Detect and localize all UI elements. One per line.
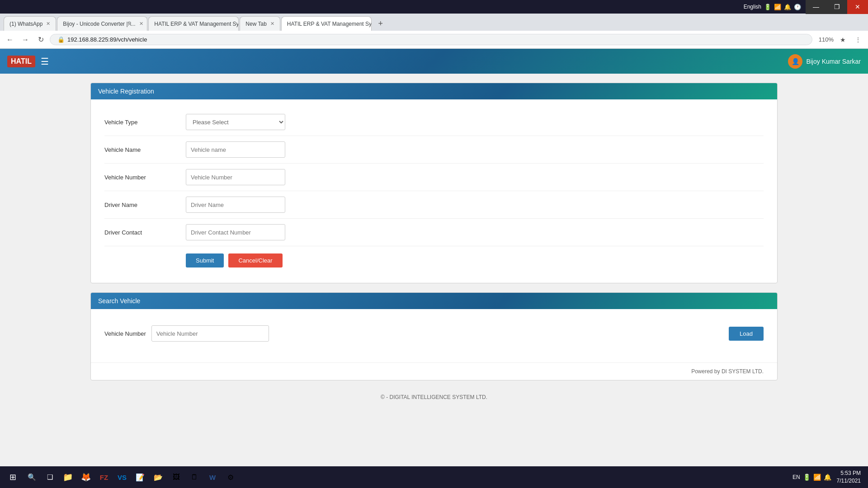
- language-label: English: [744, 4, 761, 10]
- back-button[interactable]: ←: [4, 33, 16, 46]
- vehicle-registration-title: Vehicle Registration: [98, 88, 154, 95]
- language-indicator: EN: [793, 474, 800, 480]
- file-explorer-button[interactable]: 📁: [60, 469, 76, 485]
- minimize-button[interactable]: —: [806, 0, 826, 14]
- search-vehicle-number-label: Vehicle Number: [104, 330, 146, 337]
- footer-copyright: © - DIGITAL INTELLIGENCE SYSTEM LTD.: [90, 389, 778, 405]
- tab-whatsapp[interactable]: (1) WhatsApp ✕: [4, 16, 56, 31]
- tab-bijoy-close[interactable]: ✕: [139, 21, 143, 27]
- sound-icon: 🔔: [784, 4, 791, 10]
- search-row: Vehicle Number Load: [104, 318, 764, 349]
- tab-hatil1[interactable]: HATIL ERP & VAT Management Syst... ✕: [148, 16, 239, 31]
- maximize-button[interactable]: ❐: [826, 0, 847, 14]
- folder-button[interactable]: 📂: [150, 469, 166, 485]
- vehicle-type-row: Vehicle Type Please Select: [104, 108, 764, 136]
- driver-name-label: Driver Name: [104, 202, 186, 208]
- app1-button[interactable]: 🖼: [168, 469, 184, 485]
- hamburger-icon[interactable]: ☰: [41, 56, 49, 67]
- load-button[interactable]: Load: [729, 327, 764, 341]
- cancel-button[interactable]: Cancel/Clear: [228, 253, 282, 267]
- tab-bar: (1) WhatsApp ✕ Bijoy - Unicode Converter…: [0, 14, 868, 31]
- submit-button[interactable]: Submit: [186, 253, 224, 267]
- address-text: 192.168.88.225:89/vch/vehicle: [67, 36, 147, 43]
- driver-contact-row: Driver Contact: [104, 219, 764, 246]
- vehicle-number-label: Vehicle Number: [104, 174, 186, 181]
- start-button[interactable]: ⊞: [4, 468, 22, 486]
- clock-icon: 🕐: [794, 4, 801, 10]
- driver-name-row: Driver Name: [104, 191, 764, 219]
- tab-newtab[interactable]: New Tab ✕: [240, 16, 280, 31]
- bookmark-icon[interactable]: ★: [836, 33, 849, 46]
- driver-name-input[interactable]: [186, 197, 285, 213]
- tab-hatil2-label: HATIL ERP & VAT Management Syst...: [287, 21, 372, 27]
- top-navbar: HATIL ☰ 👤 Bijoy Kumar Sarkar: [0, 49, 868, 74]
- tab-whatsapp-close[interactable]: ✕: [46, 21, 50, 27]
- refresh-button[interactable]: ↻: [34, 33, 47, 46]
- close-button[interactable]: ✕: [847, 0, 868, 14]
- tab-hatil1-label: HATIL ERP & VAT Management Syst...: [154, 21, 239, 27]
- zoom-level: 110%: [819, 36, 834, 43]
- logo-area: HATIL ☰: [7, 56, 49, 67]
- tab-bijoy-label: Bijoy - Unicode Converter |বি...: [63, 21, 135, 27]
- browser-menu-icon[interactable]: ⋮: [852, 33, 864, 46]
- battery-tray-icon: 🔋: [803, 474, 811, 481]
- new-tab-button[interactable]: +: [374, 17, 387, 30]
- firefox-button[interactable]: 🦊: [78, 469, 94, 485]
- search-vehicle-body: Vehicle Number Load: [91, 309, 777, 362]
- search-vehicle-title: Search Vehicle: [98, 297, 140, 305]
- main-content: Vehicle Registration Vehicle Type Please…: [0, 74, 868, 480]
- taskbar-datetime: 5:53 PM 7/11/2021: [833, 469, 864, 485]
- taskbar-date-display: 7/11/2021: [837, 477, 861, 485]
- vehicle-type-label: Vehicle Type: [104, 119, 186, 126]
- system-tray-top: English 🔋 📶 🔔 🕐: [739, 4, 806, 10]
- vs-button[interactable]: VS: [114, 469, 130, 485]
- app2-button[interactable]: 🗒: [186, 469, 203, 485]
- footer-powered: Powered by DI SYSTEM LTD.: [91, 362, 777, 380]
- vehicle-type-select[interactable]: Please Select: [186, 114, 285, 130]
- win-controls-top: — ❐ ✕: [806, 0, 868, 14]
- vehicle-name-row: Vehicle Name: [104, 136, 764, 164]
- logo-box: HATIL: [7, 56, 35, 67]
- tab-newtab-close[interactable]: ✕: [270, 21, 274, 27]
- vehicle-number-input[interactable]: [186, 169, 285, 185]
- filezilla-button[interactable]: FZ: [96, 469, 112, 485]
- app3-button[interactable]: ⚙: [222, 469, 239, 485]
- word-button[interactable]: W: [204, 469, 221, 485]
- network-icon: 📶: [774, 4, 781, 10]
- tab-bijoy[interactable]: Bijoy - Unicode Converter |বি... ✕: [57, 16, 147, 31]
- taskbar: ⊞ 🔍 ❑ 📁 🦊 FZ VS 📝 📂 🖼 🗒: [0, 466, 868, 488]
- avatar: 👤: [788, 54, 802, 69]
- vehicle-registration-header: Vehicle Registration: [91, 83, 777, 99]
- vehicle-registration-card: Vehicle Registration Vehicle Type Please…: [90, 83, 778, 283]
- search-button[interactable]: 🔍: [24, 469, 40, 485]
- address-field[interactable]: 🔒 192.168.88.225:89/vch/vehicle: [50, 34, 812, 45]
- tab-whatsapp-label: (1) WhatsApp: [9, 21, 42, 27]
- system-tray-right: EN 🔋 📶 🔔: [793, 474, 831, 481]
- battery-icon: 🔋: [764, 4, 771, 10]
- vehicle-number-row: Vehicle Number: [104, 164, 764, 191]
- tab-hatil2[interactable]: HATIL ERP & VAT Management Syst... ✕: [281, 16, 372, 31]
- taskbar-time-display: 5:53 PM: [837, 469, 861, 477]
- user-name: Bijoy Kumar Sarkar: [806, 58, 861, 65]
- address-bar-row: ← → ↻ 🔒 192.168.88.225:89/vch/vehicle 11…: [0, 31, 868, 49]
- tab-newtab-label: New Tab: [245, 21, 266, 27]
- vehicle-name-input[interactable]: [186, 141, 285, 158]
- search-vehicle-number-input[interactable]: [151, 325, 269, 342]
- driver-contact-label: Driver Contact: [104, 229, 186, 236]
- driver-contact-input[interactable]: [186, 224, 285, 240]
- forward-button[interactable]: →: [19, 33, 32, 46]
- address-security-icon: 🔒: [57, 36, 65, 43]
- taskview-button[interactable]: ❑: [42, 469, 58, 485]
- search-vehicle-card: Search Vehicle Vehicle Number Load Power…: [90, 292, 778, 380]
- notepad-button[interactable]: 📝: [132, 469, 148, 485]
- network-tray-icon: 📶: [813, 474, 821, 481]
- volume-tray-icon: 🔔: [824, 474, 831, 481]
- vehicle-name-label: Vehicle Name: [104, 146, 186, 153]
- user-info: 👤 Bijoy Kumar Sarkar: [788, 54, 861, 69]
- vehicle-registration-body: Vehicle Type Please Select Vehicle Name …: [91, 99, 777, 283]
- form-button-row: Submit Cancel/Clear: [186, 246, 764, 269]
- search-vehicle-header: Search Vehicle: [91, 293, 777, 309]
